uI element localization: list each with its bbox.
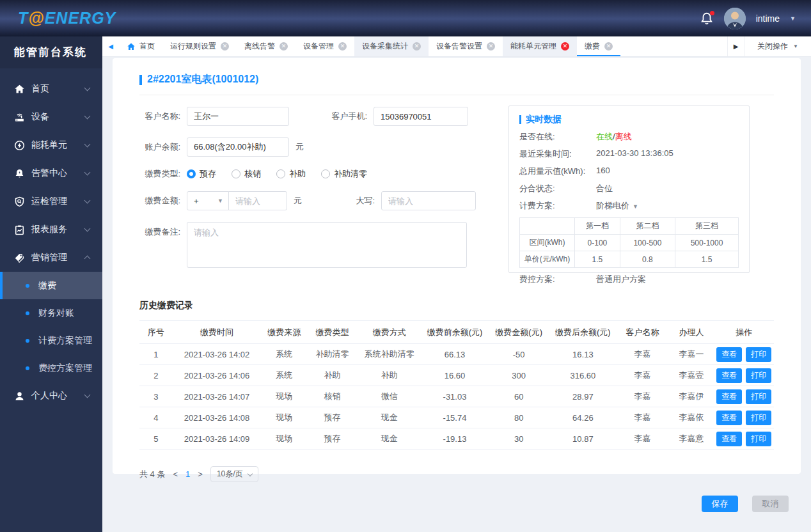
table-header-row: 序号 缴费时间 缴费来源 缴费类型 缴费方式 缴费前余额(元) 缴费金额(元) … [139, 321, 774, 344]
customer-name-field[interactable] [187, 107, 289, 126]
save-button[interactable]: 保存 [702, 496, 738, 512]
sidebar-item-personal-center[interactable]: 个人中心 [0, 382, 102, 410]
radio-icon [232, 169, 240, 178]
print-button[interactable]: 打印 [746, 432, 771, 446]
prev-page-icon[interactable]: < [171, 469, 179, 479]
user-menu-caret-icon[interactable]: ▼ [790, 15, 796, 22]
print-button[interactable]: 打印 [746, 389, 771, 404]
cancel-button[interactable]: 取消 [752, 496, 789, 512]
customer-phone-field[interactable] [374, 107, 468, 126]
radio-subsidy-clear[interactable]: 补助清零 [321, 168, 367, 180]
logo-t: T [18, 9, 28, 27]
view-button[interactable]: 查看 [716, 432, 742, 446]
tab-run-rule-settings[interactable]: 运行规则设置✕ [162, 36, 237, 56]
tier-header-cell [520, 218, 575, 235]
tabs-scroll-right-icon[interactable]: ▶ [727, 36, 744, 56]
close-operations-dropdown[interactable]: 关闭操作 ▼ [744, 36, 811, 56]
page-size-select[interactable]: 10条/页 [210, 466, 258, 482]
radio-subsidy[interactable]: 补助 [276, 168, 306, 180]
notification-bell-icon[interactable] [700, 12, 714, 26]
tab-device-management[interactable]: 设备管理✕ [295, 36, 354, 56]
tier-cell: 单价(元/kWh) [520, 251, 575, 268]
tier-cell: 1.5 [575, 251, 620, 268]
tab-home[interactable]: 首页 [119, 36, 162, 56]
close-icon[interactable]: ✕ [221, 42, 229, 51]
customer-phone-label: 客户手机: [326, 111, 367, 122]
tab-device-alarm-settings[interactable]: 设备告警设置✕ [429, 36, 503, 56]
balance-label: 账户余额: [139, 141, 180, 153]
marketing-icon [14, 253, 25, 263]
tab-device-collect-stats[interactable]: 设备采集统计✕ [354, 36, 429, 56]
tier-price-table: 第一档 第二档 第三档 区间(kWh) 0-100 100-500 500-10… [519, 217, 739, 268]
sidebar-item-device[interactable]: 设备 [0, 103, 102, 131]
amount-sign-select[interactable]: +▼ [187, 191, 229, 210]
close-icon[interactable]: ✕ [338, 42, 347, 51]
next-page-icon[interactable]: > [196, 469, 204, 479]
amount-field[interactable] [228, 191, 287, 210]
close-icon[interactable]: ✕ [604, 42, 613, 51]
sidebar-item-alarm-center[interactable]: 告警中心 [0, 159, 102, 187]
sidebar-item-energy-unit[interactable]: 能耗单元 [0, 131, 102, 159]
tab-energy-unit-management[interactable]: 能耗单元管理✕ [503, 36, 577, 56]
tab-offline-alarm[interactable]: 离线告警✕ [237, 36, 295, 56]
sidebar-item-label: 首页 [31, 83, 49, 95]
tier-header-cell: 第一档 [575, 218, 620, 235]
view-button[interactable]: 查看 [716, 368, 742, 383]
sidebar-subitem-label: 财务对账 [38, 308, 74, 319]
chevron-down-icon [84, 226, 91, 232]
bullet-dot-icon [26, 339, 29, 343]
sidebar-item-home[interactable]: 首页 [0, 75, 102, 103]
print-button[interactable]: 打印 [746, 411, 771, 425]
sidebar-item-marketing[interactable]: 营销管理 [0, 244, 102, 272]
username[interactable]: intime [756, 13, 780, 24]
sidebar-item-label: 报表服务 [31, 224, 67, 235]
sidebar-subitem-label: 计费方案管理 [38, 335, 92, 347]
tabs-scroll-left-icon[interactable]: ◀ [102, 36, 119, 56]
close-icon[interactable]: ✕ [561, 42, 569, 51]
view-button[interactable]: 查看 [716, 389, 742, 404]
view-button[interactable]: 查看 [716, 347, 742, 362]
sidebar-subitem-finance-reconciliation[interactable]: 财务对账 [0, 299, 102, 327]
close-icon[interactable]: ✕ [487, 42, 495, 51]
close-icon[interactable]: ✕ [413, 42, 421, 51]
tab-payment[interactable]: 缴费✕ [577, 36, 620, 56]
divider [139, 95, 774, 95]
sidebar-item-label: 营销管理 [31, 252, 67, 263]
sidebar-subitem-fee-control-plan[interactable]: 费控方案管理 [0, 354, 102, 382]
billing-plan-label: 计费方案: [519, 200, 596, 212]
column-header: 客户名称 [617, 321, 668, 344]
radio-selected-icon [187, 169, 196, 178]
remark-field[interactable] [187, 222, 467, 268]
view-button[interactable]: 查看 [716, 411, 742, 425]
sidebar-item-label: 能耗单元 [31, 139, 67, 151]
online-value[interactable]: 在线 [596, 132, 613, 141]
column-header: 缴费金额(元) [489, 321, 549, 344]
radio-writeoff[interactable]: 核销 [232, 168, 261, 180]
radio-icon [276, 169, 285, 178]
sidebar-subitem-payment[interactable]: 缴费 [0, 272, 102, 299]
billing-plan-dropdown[interactable]: 阶梯电价▼ [596, 200, 638, 212]
alarm-icon [14, 168, 25, 179]
avatar[interactable] [724, 8, 746, 29]
offline-value[interactable]: 离线 [615, 132, 632, 141]
print-button[interactable]: 打印 [746, 368, 771, 383]
chevron-down-icon [84, 198, 91, 204]
chevron-down-icon [84, 169, 91, 176]
sidebar-item-report[interactable]: 报表服务 [0, 215, 102, 244]
report-icon [14, 224, 25, 235]
close-icon[interactable]: ✕ [280, 42, 288, 51]
chevron-down-icon [84, 392, 91, 398]
print-button[interactable]: 打印 [746, 347, 771, 362]
radio-prestore[interactable]: 预存 [187, 168, 216, 180]
sidebar-item-inspection[interactable]: 运检管理 [0, 187, 102, 215]
tier-header-cell: 第三档 [675, 218, 739, 235]
balance-field[interactable] [187, 137, 289, 157]
chevron-down-icon [84, 113, 91, 120]
tab-label: 设备告警设置 [436, 41, 482, 52]
radio-label: 预存 [200, 168, 216, 180]
page-number[interactable]: 1 [185, 469, 190, 479]
uppercase-field[interactable] [381, 191, 476, 210]
sidebar-subitem-billing-plan[interactable]: 计费方案管理 [0, 327, 102, 354]
chevron-down-icon: ▼ [793, 43, 798, 49]
sidebar-subitem-label: 缴费 [38, 280, 56, 292]
